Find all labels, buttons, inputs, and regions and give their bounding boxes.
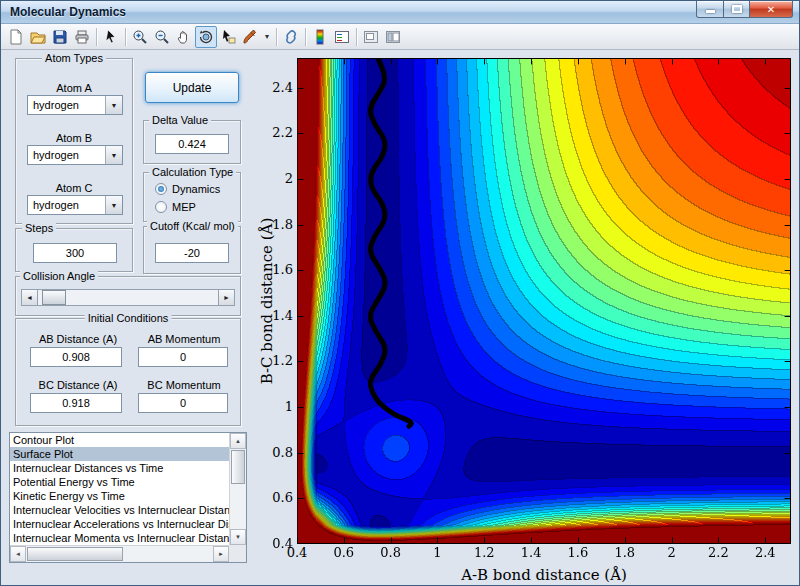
data-cursor-icon xyxy=(220,29,236,45)
toolbar-separator xyxy=(305,28,306,46)
delta-value-input[interactable] xyxy=(155,134,229,154)
radio-icon xyxy=(155,183,167,195)
y-tick-label: 1.2 xyxy=(255,353,293,368)
new-document-icon xyxy=(8,29,24,45)
new-document-button[interactable] xyxy=(5,26,27,48)
combo-dropdown-button[interactable]: ▼ xyxy=(105,96,122,114)
insert-legend-button[interactable] xyxy=(331,26,353,48)
scroll-down-button[interactable]: ▼ xyxy=(230,529,246,545)
ab-distance-label: AB Distance (A) xyxy=(26,333,130,345)
steps-panel: Steps xyxy=(15,228,133,272)
print-figure-button[interactable] xyxy=(71,26,93,48)
ab-distance-input[interactable] xyxy=(30,347,122,367)
panel-title: Initial Conditions xyxy=(85,312,172,324)
plot-type-option[interactable]: Potential Energy vs Time xyxy=(10,475,229,489)
scroll-right-button[interactable]: ► xyxy=(213,546,229,562)
edit-cursor-button[interactable] xyxy=(100,26,122,48)
rotate-3d-button[interactable] xyxy=(195,26,217,48)
zoom-in-button[interactable] xyxy=(129,26,151,48)
contour-canvas[interactable] xyxy=(297,58,791,544)
bc-distance-label: BC Distance (A) xyxy=(26,379,130,391)
zoom-out-button[interactable] xyxy=(151,26,173,48)
toolbar-separator xyxy=(125,28,126,46)
show-plot-tools-icon xyxy=(385,29,401,45)
chevron-down-icon: ▾ xyxy=(265,32,269,41)
panel-title: Atom Types xyxy=(42,52,106,64)
atom-b-select[interactable]: hydrogen ▼ xyxy=(27,145,123,165)
vertical-scrollbar[interactable]: ▲ ▼ xyxy=(229,433,246,545)
atom-a-label: Atom A xyxy=(16,82,132,94)
cutoff-input[interactable] xyxy=(155,243,229,263)
link-icon xyxy=(283,29,299,45)
scroll-left-button[interactable]: ◄ xyxy=(10,546,26,562)
brush-data-button[interactable] xyxy=(239,26,261,48)
minimize-icon xyxy=(706,10,715,13)
x-tick-label: 1.4 xyxy=(516,545,546,560)
radio-mep[interactable]: MEP xyxy=(155,201,196,213)
plot-type-option[interactable]: Internuclear Velocities vs Internuclear … xyxy=(10,503,229,517)
toolbar: ▾ xyxy=(1,24,799,50)
bc-momentum-input[interactable] xyxy=(138,393,228,413)
ab-momentum-input[interactable] xyxy=(138,347,228,367)
x-tick-label: 1.2 xyxy=(469,545,499,560)
scrollbar-thumb[interactable] xyxy=(27,547,123,561)
x-tick-label: 2 xyxy=(657,545,687,560)
update-button[interactable]: Update xyxy=(145,72,239,103)
toolbar-separator xyxy=(96,28,97,46)
slider-right-arrow[interactable]: ► xyxy=(218,289,235,306)
bc-distance-input[interactable] xyxy=(30,393,122,413)
steps-input[interactable] xyxy=(33,243,117,263)
initial-conditions-panel: Initial Conditions AB Distance (A) AB Mo… xyxy=(15,318,241,426)
atom-a-select[interactable]: hydrogen ▼ xyxy=(27,95,123,115)
radio-icon xyxy=(155,201,167,213)
x-tick-label: 1.8 xyxy=(610,545,640,560)
printer-icon xyxy=(74,29,90,45)
link-plots-button[interactable] xyxy=(280,26,302,48)
combo-dropdown-button[interactable]: ▼ xyxy=(105,146,122,164)
figure-content: Atom Types Atom A hydrogen ▼ Atom B hydr… xyxy=(1,50,799,585)
bc-momentum-label: BC Momentum xyxy=(134,379,234,391)
plot-type-option[interactable]: Internuclear Accelerations vs Internucle… xyxy=(10,517,229,531)
open-file-button[interactable] xyxy=(27,26,49,48)
slider-track[interactable] xyxy=(38,289,218,306)
atom-types-panel: Atom Types Atom A hydrogen ▼ Atom B hydr… xyxy=(15,58,133,224)
toolbar-separator xyxy=(356,28,357,46)
scrollbar-thumb[interactable] xyxy=(231,450,245,484)
brush-menu-button[interactable]: ▾ xyxy=(261,26,273,48)
close-icon: ✕ xyxy=(767,4,775,15)
horizontal-scrollbar[interactable]: ◄ ► xyxy=(10,545,229,562)
insert-colorbar-button[interactable] xyxy=(309,26,331,48)
slider-thumb[interactable] xyxy=(42,290,66,305)
save-figure-button[interactable] xyxy=(49,26,71,48)
zoom-in-icon xyxy=(132,29,148,45)
plot-type-option[interactable]: Internuclear Momenta vs Internuclear Dis… xyxy=(10,531,229,545)
y-tick-label: 1.8 xyxy=(255,217,293,232)
y-tick-label: 1 xyxy=(255,399,293,414)
radio-dynamics[interactable]: Dynamics xyxy=(155,183,220,195)
slider-left-arrow[interactable]: ◄ xyxy=(21,289,38,306)
plot-type-option[interactable]: Kinetic Energy vs Time xyxy=(10,489,229,503)
plot-type-option[interactable]: Contour Plot xyxy=(10,433,229,447)
plot-area: A-B bond distance (Å) B-C bond distance … xyxy=(253,50,800,586)
plot-type-option[interactable]: Internuclear Distances vs Time xyxy=(10,461,229,475)
atom-c-select[interactable]: hydrogen ▼ xyxy=(27,195,123,215)
cursor-arrow-icon xyxy=(103,29,119,45)
pan-button[interactable] xyxy=(173,26,195,48)
title-bar[interactable]: Molecular Dynamics ✕ xyxy=(1,1,799,24)
panel-title: Cutoff (Kcal/ mol) xyxy=(147,220,238,232)
panel-title: Calculation Type xyxy=(149,166,236,178)
y-tick-label: 0.6 xyxy=(255,490,293,505)
scroll-up-button[interactable]: ▲ xyxy=(230,433,246,449)
data-cursor-button[interactable] xyxy=(217,26,239,48)
x-tick-label: 0.8 xyxy=(376,545,406,560)
window-controls: ✕ xyxy=(697,1,793,18)
maximize-button[interactable] xyxy=(723,1,750,18)
hide-plot-tools-icon xyxy=(363,29,379,45)
combo-dropdown-button[interactable]: ▼ xyxy=(105,196,122,214)
minimize-button[interactable] xyxy=(696,1,724,18)
close-button[interactable]: ✕ xyxy=(749,1,793,18)
collision-angle-slider[interactable]: ◄ ► xyxy=(21,289,235,306)
plot-type-option-selected[interactable]: Surface Plot xyxy=(10,447,229,461)
hide-plot-tools-button[interactable] xyxy=(360,26,382,48)
show-plot-tools-button[interactable] xyxy=(382,26,404,48)
